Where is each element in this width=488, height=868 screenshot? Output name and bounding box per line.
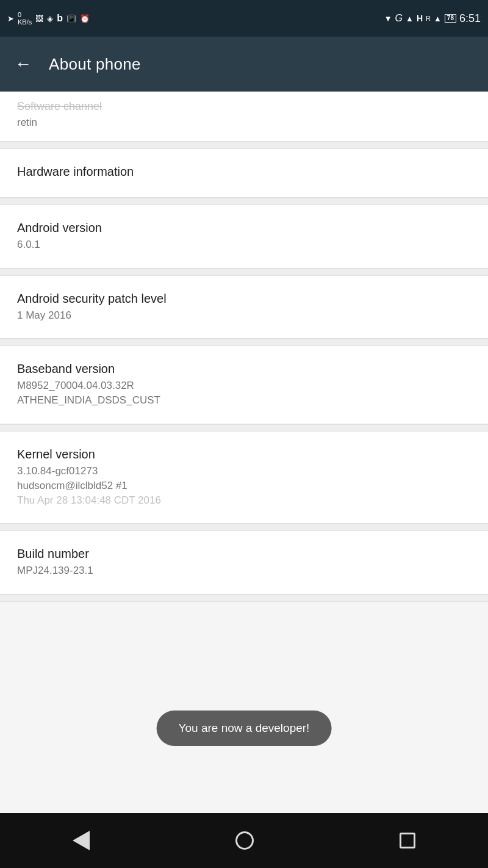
software-channel-title: Software channel — [17, 100, 471, 113]
signal2-icon: ▲ — [434, 14, 442, 23]
toast-message: You are now a developer! — [157, 711, 332, 746]
android-version-title: Android version — [17, 221, 471, 235]
back-nav-button[interactable] — [73, 831, 90, 850]
kernel-title: Kernel version — [17, 447, 471, 461]
list-item[interactable]: Baseband version M8952_70004.04.03.32RAT… — [0, 346, 488, 424]
build-number-value: MPJ24.139-23.1 — [17, 563, 471, 578]
home-nav-button[interactable] — [235, 831, 254, 850]
signal1-icon: ▲ — [406, 14, 414, 23]
security-patch-title: Android security patch level — [17, 292, 471, 306]
build-number-title: Build number — [17, 547, 471, 561]
list-item[interactable]: Android version 6.0.1 — [0, 205, 488, 269]
page-title: About phone — [49, 55, 141, 74]
divider — [0, 339, 488, 346]
recents-nav-button[interactable] — [400, 833, 415, 848]
divider — [0, 142, 488, 149]
software-channel-value: retin — [17, 115, 471, 130]
divider — [0, 269, 488, 276]
data-speed-icon: 0KB/s — [18, 11, 32, 26]
list-item[interactable]: Kernel version 3.10.84-gcf01273hudsoncm@… — [0, 432, 488, 524]
back-button[interactable]: ← — [15, 56, 32, 73]
settings-content: Software channel retin Hardware informat… — [0, 92, 488, 602]
status-icons-right: ▼ G ▲ H R ▲ 78 6:51 — [384, 12, 481, 25]
wifi-icon: ▼ — [384, 14, 392, 23]
list-item[interactable]: Android security patch level 1 May 2016 — [0, 276, 488, 339]
nav-arrow-icon: ➤ — [7, 14, 14, 23]
r-label: R — [426, 15, 431, 22]
list-item[interactable]: Build number MPJ24.139-23.1 — [0, 531, 488, 595]
vibrate-icon: 📳 — [66, 14, 76, 23]
list-item[interactable]: Hardware information — [0, 149, 488, 198]
status-bar: ➤ 0KB/s 🖼 ◈ b 📳 ⏰ ▼ G ▲ H R ▲ 78 6:51 — [0, 0, 488, 37]
divider — [0, 524, 488, 531]
baseband-title: Baseband version — [17, 362, 471, 376]
battery-icon: 78 — [445, 14, 456, 23]
vector-icon: ◈ — [47, 14, 53, 23]
android-version-value: 6.0.1 — [17, 237, 471, 252]
divider — [0, 198, 488, 205]
status-time: 6:51 — [459, 12, 481, 25]
bold-icon: b — [57, 13, 63, 24]
divider — [0, 424, 488, 432]
baseband-value: M8952_70004.04.03.32RATHENE_INDIA_DSDS_C… — [17, 378, 471, 408]
image-icon: 🖼 — [35, 14, 43, 23]
security-patch-value: 1 May 2016 — [17, 308, 471, 323]
alarm-icon: ⏰ — [80, 14, 90, 23]
nav-bar — [0, 813, 488, 868]
app-bar: ← About phone — [0, 37, 488, 92]
kernel-value: 3.10.84-gcf01273hudsoncm@ilclbld52 #1Thu… — [17, 464, 471, 507]
divider — [0, 595, 488, 602]
list-item: Software channel retin — [0, 92, 488, 142]
status-icons-left: ➤ 0KB/s 🖼 ◈ b 📳 ⏰ — [7, 11, 90, 26]
h-label: H — [417, 13, 423, 23]
g-label: G — [395, 13, 403, 24]
hardware-info-title: Hardware information — [17, 165, 471, 179]
